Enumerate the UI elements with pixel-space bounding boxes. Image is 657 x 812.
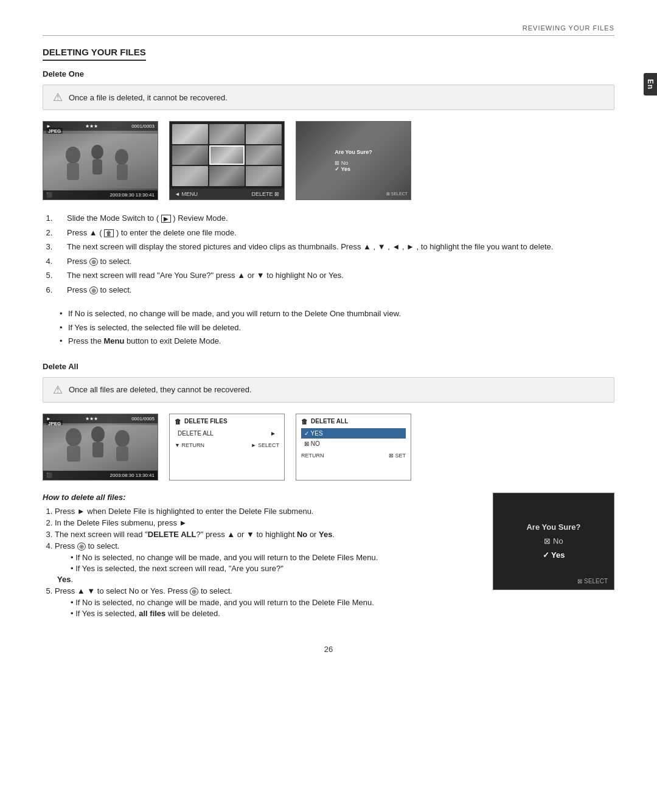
how-sub-4-2: • If Yes is selected, the next screen wi… [63, 564, 481, 573]
cam-bottom-icon: ⬛ [46, 192, 52, 198]
how-sub-4-1: • If No is selected, no change will be m… [63, 553, 481, 562]
thumb-7 [172, 166, 208, 186]
thumb-6 [246, 145, 282, 165]
thumb-9 [246, 166, 282, 186]
how-step-2: In the Delete Files submenu, press ► [55, 518, 481, 527]
big-ays-no: ⊠ No [544, 536, 563, 546]
cam-stars: ★★★ [85, 123, 98, 129]
big-ays-no-text: ⊠ No [544, 536, 563, 546]
svg-rect-3 [92, 159, 102, 175]
da-figure-svg [43, 425, 158, 468]
ays-content: Are You Sure? ⊠ No ✓ Yes [335, 149, 372, 172]
how-to-steps: Press ► when Delete File is highlighted … [43, 507, 481, 618]
screen2-footer: ◄ MENU DELETE ⊠ [170, 189, 284, 200]
big-ays-panel: Are You Sure? ⊠ No ✓ Yes ⊠ SELECT [493, 493, 614, 590]
ays-no-option: ⊠ No [335, 160, 372, 166]
da-menu1-item-label: DELETE ALL [178, 430, 214, 437]
cam-figure-svg [49, 140, 152, 189]
da-screen1: ► ★★★ 0001/0005 JPEG [43, 414, 158, 481]
da-menu1-item: DELETE ALL ► [175, 428, 279, 439]
da-menu2-header: 🗑 DELETE ALL [301, 418, 406, 425]
delete-all-section: Delete All ⚠ Once all files are deleted,… [43, 362, 614, 620]
cam-bottom-bar-1: ⬛ 2003:08:30 13:30:41 [43, 190, 158, 200]
step-3: The next screen will display the stored … [55, 241, 614, 253]
da-menu-screen1: 🗑 DELETE FILES DELETE ALL ► ▼ RETURN ► S… [169, 414, 285, 481]
svg-point-4 [115, 149, 128, 165]
da-yes-label: ✓ YES [304, 430, 323, 437]
screen1: ► ★★★ 0001/0003 JPEG [43, 121, 158, 200]
da-menu1-select: ► SELECT [251, 442, 279, 448]
cam-count: 0001/0003 [131, 123, 155, 129]
screen2-delete-label: DELETE ⊠ [251, 191, 279, 197]
da-menu1-return: ▼ RETURN [175, 442, 204, 448]
sub-bullet-1: If No is selected, no change will be mad… [60, 308, 614, 320]
step-5: The next screen will read "Are You Sure?… [55, 269, 614, 282]
delete-one-sub-bullets: If No is selected, no change will be mad… [43, 308, 614, 347]
step-2: Press ▲ ( 🗑 ) to enter the delete one fi… [55, 227, 614, 239]
da-menu-screen2: 🗑 DELETE ALL ✓ YES ⊠ NO RETURN ⊠ SET [296, 414, 411, 481]
big-ays-select: ⊠ SELECT [577, 578, 608, 585]
screen2-menu-label: ◄ MENU [175, 191, 198, 197]
svg-point-8 [91, 426, 105, 442]
page-number: 26 [43, 645, 614, 654]
ays-select-label: ⊠ SELECT [386, 192, 408, 196]
svg-point-10 [115, 430, 130, 447]
svg-rect-5 [117, 164, 128, 180]
cam-bottom-date: 2003:08:30 13:30:41 [110, 192, 155, 198]
how-step-4-yes: Yes [55, 575, 71, 584]
thumb-2 [209, 124, 245, 144]
top-header: REVIEWING YOUR FILES [43, 24, 614, 36]
da-cam-bottom: ⬛ 2003:08:30 13:30:41 [43, 471, 158, 480]
screen3: Are You Sure? ⊠ No ✓ Yes ⊠ SELECT [296, 121, 411, 200]
delete-all-warning-text: Once all files are deleted, they cannot … [69, 385, 252, 394]
thumb-3 [246, 124, 282, 144]
thumb-4 [172, 145, 208, 165]
sub-bullet-3: Press the Menu button to exit Delete Mod… [60, 335, 614, 347]
step-6: Press ⊕ to select. [55, 284, 614, 296]
how-sub-5-1: • If No is selected, no change will be m… [63, 598, 481, 607]
ays-yes-text: ✓ Yes [335, 166, 350, 172]
da-cam-stars: ★★★ [85, 416, 98, 422]
thumb-5 [209, 145, 245, 165]
how-step-3: The next screen will read "DELETE ALL?" … [55, 530, 481, 539]
delete-all-title: Delete All [43, 362, 614, 371]
da-menu2-icon: 🗑 [301, 418, 308, 425]
da-menu2-title: DELETE ALL [311, 418, 348, 425]
da-menu1-arrow: ► [270, 430, 276, 437]
delete-one-title: Delete One [43, 69, 614, 78]
cam-screen-1-bg: ► ★★★ 0001/0003 JPEG [43, 122, 158, 200]
ays-screen: Are You Sure? ⊠ No ✓ Yes ⊠ SELECT [296, 122, 411, 200]
thumb-grid [170, 122, 284, 189]
delete-one-warning-text: Once a file is deleted, it cannot be rec… [69, 93, 228, 102]
da-menu2-footer: RETURN ⊠ SET [301, 453, 406, 459]
svg-rect-9 [92, 442, 103, 457]
how-step-5: Press ▲ ▼ to select No or Yes. Press ⊕ t… [55, 586, 481, 618]
how-to-section: How to delete all files: Press ► when De… [43, 493, 614, 620]
svg-rect-11 [116, 446, 128, 461]
da-menu2-return: RETURN [301, 453, 324, 459]
da-no-label: ⊠ NO [304, 440, 320, 447]
screen2: ◄ MENU DELETE ⊠ [169, 121, 285, 200]
warning-icon-2: ⚠ [53, 383, 63, 397]
da-cam-count: 0001/0005 [131, 416, 155, 422]
da-cam-screen: ► ★★★ 0001/0005 JPEG [43, 414, 158, 480]
da-bottom-date: 2003:08:30 13:30:41 [110, 473, 155, 478]
da-menu2-set: ⊠ SET [389, 453, 406, 459]
how-step-5-subs: • If No is selected, no change will be m… [55, 598, 481, 618]
how-to-title: How to delete all files: [43, 493, 481, 502]
da-menu1-title: DELETE FILES [184, 418, 228, 425]
section-title: DELETING YOUR FILES [43, 47, 146, 61]
how-to-content: How to delete all files: Press ► when De… [43, 493, 481, 620]
big-ays-title: Are You Sure? [526, 522, 580, 532]
sub-bullet-2: If Yes is selected, the selected file wi… [60, 322, 614, 334]
svg-point-2 [91, 145, 103, 159]
delete-one-screenshots: ► ★★★ 0001/0003 JPEG [43, 121, 614, 200]
delete-all-screenshots: ► ★★★ 0001/0005 JPEG [43, 414, 614, 481]
svg-rect-7 [67, 446, 80, 462]
big-ays-select-text: ⊠ SELECT [577, 578, 608, 585]
how-step-4-subs: • If No is selected, no change will be m… [55, 553, 481, 573]
svg-point-0 [66, 147, 80, 164]
step-4: Press ⊕ to select. [55, 255, 614, 268]
da-menu1-icon: 🗑 [175, 418, 181, 425]
ays-options: ⊠ No ✓ Yes [335, 160, 372, 172]
